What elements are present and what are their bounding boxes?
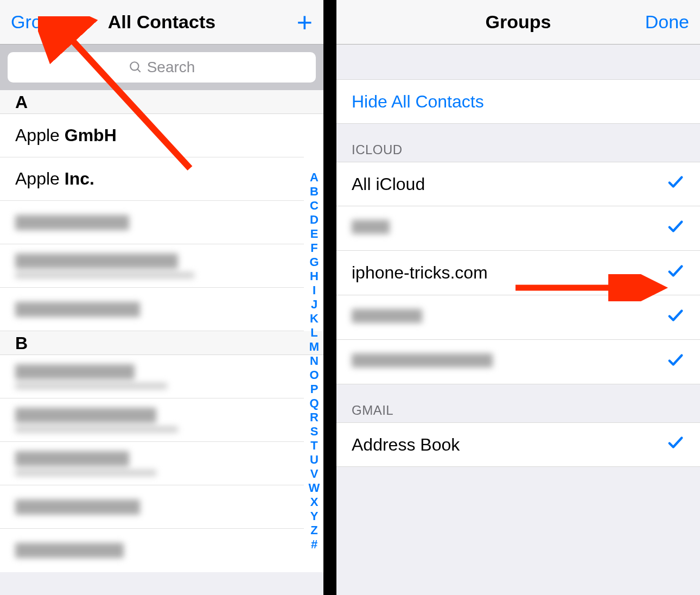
redacted-contact	[15, 254, 194, 278]
group-label-redacted	[352, 218, 390, 238]
group-row[interactable]	[336, 206, 700, 251]
contact-row[interactable]: Apple Inc.	[0, 157, 304, 201]
index-letter[interactable]: A	[310, 170, 319, 185]
contact-row[interactable]	[0, 485, 304, 529]
groups-screen: Groups Done Hide All Contacts ICLOUD All…	[336, 0, 700, 595]
contacts-screen: Groups All Contacts + Search A Apple Gmb…	[0, 0, 323, 595]
done-button[interactable]: Done	[645, 11, 689, 33]
hide-all-contacts-button[interactable]: Hide All Contacts	[336, 79, 700, 124]
index-letter[interactable]: O	[309, 368, 319, 382]
index-letter[interactable]: B	[310, 185, 319, 199]
hide-all-label: Hide All Contacts	[352, 92, 484, 112]
index-letter[interactable]: S	[310, 425, 319, 439]
index-letter[interactable]: G	[309, 255, 319, 269]
checkmark-icon	[666, 351, 685, 374]
index-letter[interactable]: W	[309, 481, 320, 495]
redacted-contact	[15, 499, 140, 515]
index-letter[interactable]: P	[310, 382, 319, 396]
redacted-contact	[15, 408, 178, 433]
section-header-b: B	[0, 331, 323, 355]
search-input[interactable]: Search	[8, 52, 316, 83]
group-row[interactable]	[336, 340, 700, 384]
index-letter[interactable]: Y	[310, 509, 319, 523]
group-row-iphone-tricks[interactable]: iphone-tricks.com	[336, 251, 700, 295]
contact-row[interactable]	[0, 442, 304, 485]
index-letter[interactable]: X	[310, 495, 319, 509]
index-letter[interactable]: C	[310, 199, 319, 213]
group-row-all-icloud[interactable]: All iCloud	[336, 162, 700, 206]
plus-icon: +	[297, 7, 313, 37]
checkmark-icon	[666, 433, 685, 456]
alpha-index[interactable]: ABCDEFGHIJKLMNOPQRSTUVWXYZ#	[306, 132, 322, 590]
index-letter[interactable]: F	[310, 241, 317, 255]
group-label-redacted	[352, 352, 493, 372]
redacted-contact	[15, 302, 140, 317]
svg-point-0	[130, 62, 138, 70]
index-letter[interactable]: E	[310, 227, 319, 241]
redacted-contact	[15, 215, 129, 230]
index-letter[interactable]: D	[310, 213, 319, 227]
section-header-a: A	[0, 90, 323, 114]
group-label-redacted	[352, 307, 422, 327]
group-label: iphone-tricks.com	[352, 263, 488, 283]
index-letter[interactable]: V	[310, 467, 319, 481]
contacts-list[interactable]: A Apple GmbH Apple Inc. B	[0, 90, 323, 572]
index-letter[interactable]: #	[311, 537, 317, 552]
group-label: Address Book	[352, 435, 460, 455]
contact-row[interactable]	[0, 398, 304, 442]
contact-row[interactable]	[0, 244, 304, 288]
section-header-gmail: GMAIL	[336, 384, 700, 422]
redacted-contact	[15, 543, 124, 558]
index-letter[interactable]: N	[310, 354, 319, 368]
search-placeholder: Search	[147, 59, 195, 76]
index-letter[interactable]: T	[310, 439, 317, 453]
section-header-icloud: ICLOUD	[336, 124, 700, 162]
pane-divider	[323, 0, 336, 595]
checkmark-icon	[666, 173, 685, 195]
index-letter[interactable]: K	[310, 312, 319, 326]
index-letter[interactable]: M	[309, 340, 319, 354]
index-letter[interactable]: J	[311, 298, 317, 312]
groups-back-button[interactable]: Groups	[11, 11, 72, 33]
search-bar-container: Search	[0, 45, 323, 90]
contact-row[interactable]	[0, 529, 304, 572]
checkmark-icon	[666, 217, 685, 240]
add-contact-button[interactable]: +	[297, 9, 313, 36]
index-letter[interactable]: I	[313, 283, 316, 298]
redacted-contact	[15, 364, 167, 389]
contact-name: Apple GmbH	[15, 125, 117, 145]
contact-row[interactable]: Apple GmbH	[0, 114, 304, 157]
navbar-groups: Groups Done	[336, 0, 700, 45]
svg-line-1	[137, 69, 140, 72]
redacted-contact	[15, 451, 156, 476]
contact-row[interactable]	[0, 288, 304, 331]
checkmark-icon	[666, 306, 685, 329]
contact-name: Apple Inc.	[15, 169, 94, 189]
navbar-contacts: Groups All Contacts +	[0, 0, 323, 45]
group-row-address-book[interactable]: Address Book	[336, 422, 700, 467]
checkmark-icon	[666, 262, 685, 284]
group-row[interactable]	[336, 295, 700, 340]
index-letter[interactable]: L	[310, 326, 317, 340]
index-letter[interactable]: H	[310, 269, 319, 283]
index-letter[interactable]: Z	[310, 523, 317, 537]
index-letter[interactable]: Q	[309, 396, 319, 410]
contact-row[interactable]	[0, 355, 304, 398]
group-label: All iCloud	[352, 174, 425, 194]
search-icon	[129, 60, 143, 74]
contact-row[interactable]	[0, 201, 304, 244]
index-letter[interactable]: R	[310, 410, 319, 425]
index-letter[interactable]: U	[310, 453, 319, 467]
